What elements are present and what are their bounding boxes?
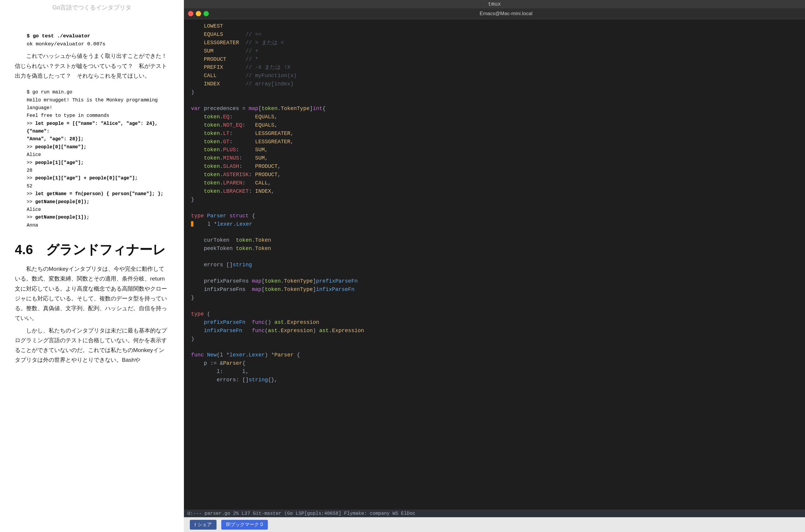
right-panel: tmux Emacs@Mac-mini.local LOWEST EQUALS … (184, 0, 805, 532)
code-line: token.SLASH: PRODUCT, (184, 163, 805, 171)
code-line: errors []string (184, 261, 805, 269)
code-line: >> people[1]["age"] + people[0]["age"]; (27, 174, 169, 182)
code-line: infixParseFns map[token.TokenType]infixP… (184, 286, 805, 294)
minimize-button[interactable] (196, 11, 201, 16)
code-line: infixParseFn func(ast.Expression) ast.Ex… (184, 327, 805, 335)
code-line: token.LBRACKET: INDEX, (184, 187, 805, 196)
code-line-type: type ( (184, 310, 805, 319)
code-line: >> getName(people[1]); (27, 213, 169, 221)
code-line: token.ASTERISK: PRODUCT, (184, 171, 805, 179)
code-line: } (184, 294, 805, 302)
code-line: $ go run main.go (27, 88, 169, 96)
share-icon: f (194, 522, 196, 527)
bookmark-label: B!ブックマーク 0 (226, 522, 263, 527)
code-line: token.LPAREN: CALL, (184, 179, 805, 187)
status-text: U:--- parser.go 2% L37 Git-master (Go LS… (187, 511, 415, 516)
code-line: l: l, (184, 368, 805, 376)
code-line: Feel free to type in commands (27, 112, 169, 119)
code-line: curToken token.Token (184, 236, 805, 245)
code-line: prefixParseFn func() ast.Expression (184, 319, 805, 327)
left-panel: Go言語でつくるインタプリタ $ go test ./evaluator ok … (0, 0, 184, 532)
code-line: token.NOT_EQ: EQUALS, (184, 121, 805, 130)
window-chrome: Emacs@Mac-mini.local (184, 8, 805, 19)
code-line: >> let people = [{"name": "Alice", "age"… (27, 120, 169, 135)
code-line: >> let getName = fn(person) { person["na… (27, 190, 169, 198)
code-line: ) (184, 335, 805, 343)
code-line (184, 269, 805, 277)
status-bar: U:--- parser.go 2% L37 Git-master (Go LS… (184, 510, 805, 517)
prose-2: 私たちのMonkeyインタプリタは、今や完全に動作している。数式、変数束縛、関数… (15, 264, 169, 323)
code-line: Alice (27, 206, 169, 213)
window-title: Emacs@Mac-mini.local (211, 11, 801, 17)
code-line: token.PLUS: SUM, (184, 146, 805, 154)
code-line: } (184, 196, 805, 204)
code-line (184, 253, 805, 261)
code-block-1: $ go test ./evaluator ok monkey/evaluato… (27, 32, 169, 48)
code-block-2: $ go run main.go Hello mrnugget! This is… (27, 88, 169, 229)
editor-body: LOWEST EQUALS // == LESSGREATER // > または… (184, 19, 805, 510)
code-line: LOWEST (184, 22, 805, 31)
code-line: EQUALS // == (184, 31, 805, 39)
code-line: LESSGREATER // > または < (184, 39, 805, 47)
code-line: token.MINUS: SUM, (184, 154, 805, 163)
share-label: シェア (198, 521, 212, 528)
code-line: p := &Parser{ (184, 359, 805, 368)
code-line: ) (184, 88, 805, 97)
tmux-title-bar: tmux (184, 0, 805, 8)
code-line: var precedences = map[token.TokenType]in… (184, 105, 805, 113)
code-line: >> getName(people[0]); (27, 198, 169, 206)
code-line: errors: []string{}, (184, 376, 805, 384)
code-line: token.GT: LESSGREATER, (184, 138, 805, 146)
code-line: >> people[0]["name"]; (27, 143, 169, 151)
code-line: Hello mrnugget! This is the Monkey progr… (27, 96, 169, 112)
code-line: prefixParseFns map[token.TokenType]prefi… (184, 277, 805, 286)
share-button[interactable]: f シェア (190, 520, 217, 530)
code-line: $ go test ./evaluator (27, 32, 169, 40)
code-line (184, 302, 805, 310)
code-line (184, 228, 805, 236)
code-line: token.LT: LESSGREATER, (184, 130, 805, 138)
code-line: 52 (27, 183, 169, 190)
code-line: ok monkey/evaluator 0.007s (27, 40, 169, 48)
code-line: CALL // myFunction(x) (184, 72, 805, 80)
book-title: Go言語でつくるインタプリタ (0, 3, 184, 12)
code-line (184, 97, 805, 105)
code-line: PRODUCT // * (184, 55, 805, 64)
code-line: func New(l *lexer.Lexer) *Parser { (184, 351, 805, 359)
close-button[interactable] (188, 11, 193, 16)
code-line: token.EQ: EQUALS, (184, 113, 805, 121)
code-line-highlighted: l *lexer.Lexer (184, 220, 805, 229)
section-heading: 4.6 グランドフィナーレ (15, 241, 169, 259)
tmux-title: tmux (488, 1, 501, 7)
bookmark-button[interactable]: B!ブックマーク 0 (221, 520, 267, 530)
code-line (184, 204, 805, 212)
prose-1: これでハッシュから値をうまく取り出すことができた！ 信じられない？テストが嘘をつ… (15, 51, 169, 81)
code-line (184, 343, 805, 351)
bottom-bar: f シェア B!ブックマーク 0 (184, 517, 805, 532)
code-line: PREFIX // -X または !X (184, 63, 805, 72)
code-line: peekToken token.Token (184, 245, 805, 253)
code-line: Alice (27, 151, 169, 159)
code-line: INDEX // array[index] (184, 80, 805, 88)
code-line: Anna (27, 222, 169, 229)
code-line: SUM // + (184, 47, 805, 55)
code-line: >> people[1]["age"]; (27, 159, 169, 167)
code-line: "Anna", "age": 28}]; (27, 135, 169, 143)
prose-3: しかし、私たちのインタプリタは未だに最も基本的なプログラミング言語のテストに合格… (15, 326, 169, 365)
code-line: type Parser struct { (184, 212, 805, 220)
maximize-button[interactable] (204, 11, 209, 16)
code-line: 28 (27, 167, 169, 174)
